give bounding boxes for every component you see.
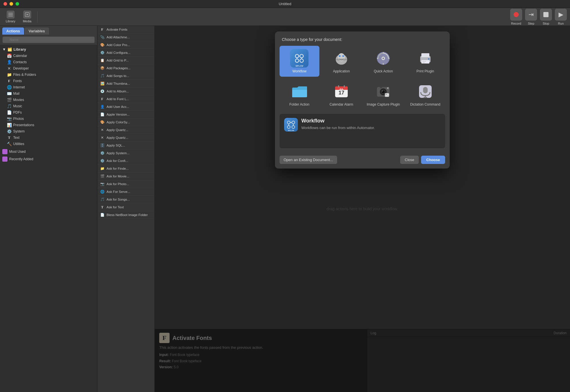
action-bless-netboot[interactable]: 📄 Bless NetBoot Image Folder	[97, 211, 154, 219]
doc-type-print-plugin[interactable]: Print Plugin	[406, 46, 445, 77]
search-bar: 🔍	[0, 35, 97, 45]
choose-button[interactable]: Choose	[421, 156, 445, 164]
tree-item-most-used[interactable]: Most Used	[0, 148, 97, 155]
action-add-thumbnail[interactable]: 🖼️ Add Thumbna...	[97, 80, 154, 88]
tab-variables[interactable]: Variables	[25, 27, 49, 35]
run-icon: ▶	[559, 11, 563, 18]
media-label: Media	[23, 19, 32, 23]
ask-for-finder-label: Ask for Finde...	[107, 167, 129, 170]
tree-item-fonts[interactable]: F Fonts	[0, 78, 97, 84]
run-button[interactable]: ▶	[555, 8, 567, 21]
action-apply-sql[interactable]: 🗄️ Apply SQL...	[97, 142, 154, 149]
tree-item-developer[interactable]: ✕ Developer	[0, 65, 97, 72]
action-apply-colorsync[interactable]: 🎨 Apply ColorSy...	[97, 118, 154, 126]
stop-button[interactable]	[540, 8, 552, 21]
recently-added-icon	[2, 157, 7, 162]
add-user-account-label: Add User Acc...	[107, 105, 129, 108]
presentations-icon: 📊	[7, 123, 11, 127]
action-add-configuration[interactable]: ⚙️ Add Configura...	[97, 49, 154, 57]
action-add-attachments[interactable]: 📎 Add Attachme...	[97, 33, 154, 41]
doc-type-application[interactable]: Application	[322, 46, 361, 77]
apply-quartz-1-icon: ✕	[100, 127, 105, 132]
tree-item-music[interactable]: 🎵 Music	[0, 103, 97, 109]
maximize-button[interactable]	[15, 2, 19, 6]
doc-type-calendar-alarm[interactable]: 17 JUL Calendar Alarm	[322, 79, 361, 110]
developer-icon: ✕	[7, 66, 11, 71]
tree-item-files-folders[interactable]: 📁 Files & Folders	[0, 72, 97, 78]
action-add-songs[interactable]: 🎵 Add Songs to...	[97, 72, 154, 80]
library-icon	[7, 11, 15, 19]
action-add-user-account[interactable]: 👤 Add User Acc...	[97, 103, 154, 111]
media-button[interactable]: Media	[20, 9, 34, 25]
action-ask-for-movies[interactable]: 🎬 Ask for Movie...	[97, 173, 154, 180]
tree-item-system[interactable]: ⚙️ System	[0, 128, 97, 134]
activate-fonts-label: Activate Fonts	[107, 28, 127, 31]
doc-type-folder-action[interactable]: Folder Action	[280, 79, 319, 110]
svg-rect-19	[383, 52, 384, 54]
action-apply-quartz-1[interactable]: ✕ Apply Quartz...	[97, 126, 154, 134]
action-ask-for-finder[interactable]: 📁 Ask for Finde...	[97, 165, 154, 173]
minimize-button[interactable]	[9, 2, 13, 6]
action-ask-for-server[interactable]: 🌐 Ask For Serve...	[97, 188, 154, 196]
ask-for-songs-icon: 🎵	[100, 197, 105, 202]
add-thumbnail-label: Add Thumbna...	[107, 82, 130, 85]
doc-type-workflow[interactable]: Workflow	[280, 46, 319, 77]
modal-button-group: Close Choose	[400, 156, 445, 164]
bless-netboot-label: Bless NetBoot Image Folder	[107, 213, 148, 217]
add-songs-icon: 🎵	[100, 73, 105, 78]
action-ask-for-photos[interactable]: 📷 Ask for Photo...	[97, 180, 154, 188]
action-apple-version[interactable]: 📄 Apple Version...	[97, 111, 154, 118]
tree-item-calendar[interactable]: 📅 Calendar	[0, 53, 97, 59]
action-activate-fonts[interactable]: F Activate Fonts	[97, 26, 154, 33]
main-area: Actions Variables 🔍 ▼ 🗂️ Library 📅 Calen…	[0, 26, 570, 392]
tree-item-utilities[interactable]: 🔨 Utilities	[0, 141, 97, 147]
calendar-alarm-icon: 17 JUL	[332, 82, 351, 101]
svg-point-4	[295, 54, 299, 58]
action-add-to-album[interactable]: 💿 Add to Album...	[97, 88, 154, 95]
folder-action-icon	[290, 82, 308, 101]
action-ask-for-songs[interactable]: 🎵 Ask for Songs...	[97, 196, 154, 203]
tree-item-text[interactable]: T Text	[0, 134, 97, 141]
workflow-icon	[290, 49, 308, 68]
doc-type-quick-action[interactable]: Quick Action	[363, 46, 403, 77]
close-button[interactable]: Close	[400, 156, 419, 164]
run-label: Run	[558, 22, 564, 25]
add-attachments-icon: 📎	[100, 35, 105, 40]
action-ask-for-config[interactable]: ⚙️ Ask for Confi...	[97, 157, 154, 165]
apply-quartz-2-icon: ✕	[100, 135, 105, 140]
doc-type-image-capture[interactable]: Image Capture Plugin	[363, 79, 403, 110]
action-ask-for-text[interactable]: T Ask for Text	[97, 203, 154, 211]
svg-point-49	[292, 121, 295, 124]
action-add-to-font-library[interactable]: F Add to Font L...	[97, 95, 154, 103]
library-button[interactable]: Library	[3, 9, 18, 25]
tree-item-pdfs[interactable]: 📄 PDFs	[0, 109, 97, 116]
tree-item-presentations[interactable]: 📊 Presentations	[0, 122, 97, 128]
action-apply-quartz-2[interactable]: ✕ Apply Quartz...	[97, 134, 154, 142]
doc-type-grid: Workflow	[275, 46, 450, 114]
tree-item-mail[interactable]: ✉️ Mail	[0, 90, 97, 97]
action-apply-system[interactable]: ⚙️ Apply System...	[97, 149, 154, 157]
tree-item-contacts[interactable]: 👤 Contacts	[0, 59, 97, 65]
action-add-grid[interactable]: 📋 Add Grid to P...	[97, 57, 154, 64]
doc-type-dictation-command[interactable]: Dictation Command	[406, 79, 445, 110]
tree-item-photos[interactable]: 📷 Photos	[0, 116, 97, 122]
action-add-color-profile[interactable]: 🎨 Add Color Pro...	[97, 41, 154, 49]
search-input[interactable]	[2, 36, 95, 43]
tree-item-recently-added[interactable]: Recently Added	[0, 156, 97, 163]
svg-rect-2	[8, 16, 13, 16]
library-header[interactable]: ▼ 🗂️ Library	[0, 46, 97, 53]
tree-item-movies[interactable]: 🎬 Movies	[0, 97, 97, 103]
action-add-packages[interactable]: 📦 Add Packages...	[97, 64, 154, 72]
internet-icon: 🌐	[7, 85, 11, 90]
image-capture-icon	[374, 82, 392, 101]
step-icon: ⇥	[528, 11, 534, 18]
tab-actions[interactable]: Actions	[2, 27, 24, 35]
record-button[interactable]	[510, 8, 522, 21]
open-existing-button[interactable]: Open an Existing Document...	[280, 156, 337, 164]
photos-label: Photos	[13, 117, 24, 121]
add-packages-icon: 📦	[100, 66, 105, 71]
close-button[interactable]	[3, 2, 7, 6]
step-button[interactable]: ⇥	[525, 8, 537, 21]
tree-item-internet[interactable]: 🌐 Internet	[0, 84, 97, 90]
description-body: Workflows can be run from within Automat…	[301, 126, 375, 130]
